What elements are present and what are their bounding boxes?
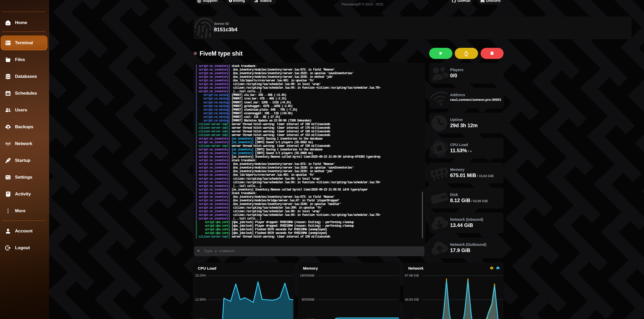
svg-text:$: $	[230, 0, 231, 2]
